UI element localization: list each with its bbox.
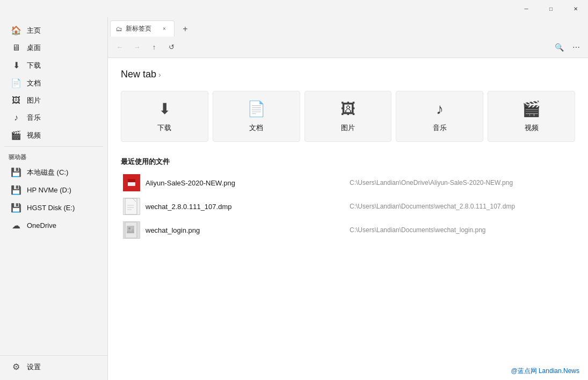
- documents-icon: 📄: [11, 78, 21, 88]
- quick-access-grid: ⬇ 下载 📄 文档 🖼 图片 ♪ 音乐 🎬 视频: [121, 91, 575, 142]
- breadcrumb-label: New tab: [121, 69, 156, 80]
- sidebar-item-videos[interactable]: 🎬 视频: [2, 127, 105, 144]
- breadcrumb-arrow: ›: [158, 70, 161, 79]
- quick-access-document-icon: 📄: [247, 100, 266, 118]
- sidebar-item-hgst[interactable]: 💾 HGST Disk (E:): [2, 199, 105, 216]
- new-tab-button[interactable]: +: [177, 21, 194, 37]
- png-gray-icon: [123, 221, 140, 239]
- sidebar-item-music[interactable]: ♪ 音乐: [2, 110, 105, 126]
- file-name-2: wechat_2.8.0.111_107.dmp: [146, 203, 350, 211]
- quick-access-pictures[interactable]: 🖼 图片: [304, 91, 392, 142]
- main-area: 🗂 新标签页 × + ← → ↑ ↺ 🔍 ⋯ New tab ›: [107, 17, 588, 380]
- file-row-2[interactable]: wechat_2.8.0.111_107.dmp C:\Users\Landia…: [121, 195, 575, 218]
- sidebar-item-hp-nvme[interactable]: 💾 HP NVMe (D:): [2, 182, 105, 198]
- app-container: 🏠 主页 🖥 桌面 ⬇ 下载 📄 文档 🖼 图片 ♪ 音乐 🎬 视频 驱动器: [0, 17, 588, 380]
- refresh-button[interactable]: ↺: [164, 40, 179, 55]
- footer-brand: @蓝点网 Landian.News: [511, 367, 579, 375]
- dmp-icon: [123, 198, 140, 215]
- sidebar-item-documents[interactable]: 📄 文档: [2, 75, 105, 91]
- quick-access-documents-label: 文档: [249, 123, 263, 133]
- quick-access-downloads[interactable]: ⬇ 下载: [121, 91, 208, 142]
- back-button[interactable]: ←: [112, 40, 127, 55]
- sidebar-item-music-label: 音乐: [27, 113, 41, 123]
- title-bar: ─ □ ✕: [0, 0, 588, 17]
- file-name-3: wechat_login.png: [146, 226, 350, 234]
- file-name-1: Aliyun-SaleS-2020-NEW.png: [146, 179, 350, 187]
- quick-access-download-icon: ⬇: [158, 100, 171, 118]
- more-options-button[interactable]: ⋯: [569, 40, 584, 55]
- sidebar-item-videos-label: 视频: [27, 131, 41, 140]
- sidebar: 🏠 主页 🖥 桌面 ⬇ 下载 📄 文档 🖼 图片 ♪ 音乐 🎬 视频 驱动器: [0, 17, 107, 380]
- sidebar-item-downloads-label: 下载: [27, 61, 41, 70]
- sidebar-item-home[interactable]: 🏠 主页: [2, 22, 105, 39]
- sidebar-item-downloads[interactable]: ⬇ 下载: [2, 57, 105, 74]
- address-bar-area: ← → ↑ ↺ 🔍 ⋯: [108, 37, 588, 58]
- pictures-icon: 🖼: [11, 96, 21, 105]
- file-row-1[interactable]: Aliyun-SaleS-2020-NEW.png C:\Users\Landi…: [121, 171, 575, 195]
- close-button[interactable]: ✕: [563, 0, 588, 17]
- file-list: Aliyun-SaleS-2020-NEW.png C:\Users\Landi…: [121, 171, 575, 242]
- desktop-icon: 🖥: [11, 43, 21, 53]
- quick-access-pictures-label: 图片: [341, 123, 355, 133]
- png-icon-svg: [126, 177, 137, 188]
- tab-new-tab[interactable]: 🗂 新标签页 ×: [110, 20, 175, 37]
- sidebar-item-desktop[interactable]: 🖥 桌面: [2, 40, 105, 56]
- png-red-icon: [123, 174, 140, 191]
- sidebar-item-desktop-label: 桌面: [27, 43, 41, 53]
- download-icon: ⬇: [11, 60, 21, 70]
- forward-button[interactable]: →: [129, 40, 144, 55]
- svg-rect-2: [128, 179, 135, 182]
- tab-label: 新标签页: [126, 24, 151, 33]
- sidebar-item-hgst-label: HGST Disk (E:): [27, 204, 75, 212]
- quick-access-downloads-label: 下载: [157, 123, 171, 133]
- search-button[interactable]: 🔍: [551, 40, 567, 55]
- sidebar-divider: [4, 146, 103, 147]
- sidebar-item-home-label: 主页: [27, 26, 41, 35]
- file-path-2: C:\Users\Landian\Documents\wechat_2.8.0.…: [350, 203, 573, 210]
- content-area: New tab › ⬇ 下载 📄 文档 🖼 图片 ♪: [108, 58, 588, 362]
- quick-access-music[interactable]: ♪ 音乐: [396, 91, 483, 142]
- tab-close-button[interactable]: ×: [160, 25, 169, 33]
- tab-bar: 🗂 新标签页 × +: [108, 17, 588, 37]
- minimize-button[interactable]: ─: [514, 0, 539, 17]
- file-icon-3: [123, 221, 140, 239]
- sidebar-item-settings[interactable]: ⚙ 设置: [2, 359, 105, 375]
- sidebar-item-settings-label: 设置: [27, 362, 41, 372]
- hgst-icon: 💾: [11, 203, 21, 213]
- maximize-button[interactable]: □: [539, 0, 563, 17]
- breadcrumb: New tab ›: [121, 69, 575, 80]
- sidebar-bottom: ⚙ 设置: [0, 355, 107, 376]
- drives-section-label: 驱动器: [0, 149, 107, 163]
- file-icon-2: [123, 198, 140, 215]
- footer: @蓝点网 Landian.News: [108, 362, 588, 380]
- tab-folder-icon: 🗂: [116, 25, 122, 33]
- quick-access-videos[interactable]: 🎬 视频: [488, 91, 575, 142]
- sidebar-item-onedrive[interactable]: ☁ OneDrive: [2, 217, 105, 234]
- sidebar-item-local-disk-label: 本地磁盘 (C:): [27, 168, 68, 177]
- up-button[interactable]: ↑: [147, 40, 162, 55]
- svg-point-9: [128, 227, 130, 230]
- sidebar-item-local-disk[interactable]: 💾 本地磁盘 (C:): [2, 164, 105, 181]
- hp-nvme-icon: 💾: [11, 185, 21, 195]
- quick-access-music-icon: ♪: [436, 101, 444, 118]
- png-gray-icon-svg: [124, 221, 139, 239]
- settings-icon: ⚙: [11, 362, 21, 372]
- quick-access-music-label: 音乐: [433, 123, 447, 133]
- music-icon: ♪: [11, 113, 21, 123]
- quick-access-documents[interactable]: 📄 文档: [213, 91, 300, 142]
- sidebar-item-onedrive-label: OneDrive: [27, 221, 56, 230]
- quick-access-videos-icon: 🎬: [522, 100, 541, 118]
- title-bar-controls: ─ □ ✕: [514, 0, 588, 17]
- quick-access-videos-label: 视频: [525, 123, 539, 133]
- recent-section-title: 最近使用的文件: [121, 157, 575, 167]
- videos-icon: 🎬: [11, 130, 21, 140]
- sidebar-item-pictures[interactable]: 🖼 图片: [2, 92, 105, 109]
- svg-rect-1: [128, 182, 135, 186]
- sidebar-item-documents-label: 文档: [27, 78, 41, 88]
- sidebar-item-pictures-label: 图片: [27, 96, 41, 105]
- quick-access-pictures-icon: 🖼: [340, 100, 355, 118]
- file-path-1: C:\Users\Landian\OneDrive\Aliyun-SaleS-2…: [350, 179, 573, 187]
- local-disk-icon: 💾: [11, 167, 21, 177]
- home-icon: 🏠: [11, 25, 21, 35]
- file-row-3[interactable]: wechat_login.png C:\Users\Landian\Docume…: [121, 218, 575, 242]
